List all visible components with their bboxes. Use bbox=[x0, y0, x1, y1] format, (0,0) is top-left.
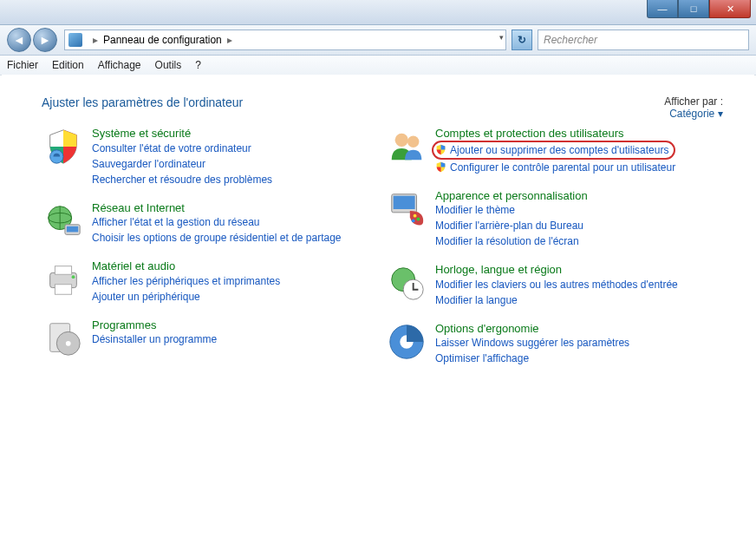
uac-shield-icon bbox=[435, 161, 446, 173]
breadcrumb-sep: ▸ bbox=[93, 34, 98, 46]
navbar: ◄ ► ▸ Panneau de configuration ▸ ▾ ↻ Rec… bbox=[0, 25, 756, 56]
link[interactable]: Ajouter ou supprimer des comptes d'utili… bbox=[450, 142, 668, 158]
view-by: Afficher par : Catégorie ▾ bbox=[664, 95, 723, 132]
category-network-internet: Réseau et Internet Afficher l'état et la… bbox=[42, 200, 385, 246]
page-title: Ajuster les paramètres de l'ordinateur bbox=[42, 95, 728, 109]
control-panel-icon bbox=[68, 33, 82, 47]
link[interactable]: Modifier le thème bbox=[435, 202, 588, 218]
category-title[interactable]: Réseau et Internet bbox=[92, 201, 342, 215]
close-button[interactable]: ✕ bbox=[709, 0, 751, 18]
link[interactable]: Configurer le contrôle parental pour un … bbox=[435, 160, 675, 175]
link[interactable]: Modifier l'arrière-plan du Bureau bbox=[435, 218, 588, 233]
highlighted-link: Ajouter ou supprimer des comptes d'utili… bbox=[432, 141, 675, 160]
category-title[interactable]: Apparence et personnalisation bbox=[435, 189, 588, 203]
search-placeholder: Rechercher bbox=[544, 34, 597, 46]
category-title[interactable]: Programmes bbox=[92, 318, 217, 332]
svg-point-18 bbox=[412, 219, 415, 222]
category-title[interactable]: Horloge, langue et région bbox=[435, 263, 678, 277]
menu-help[interactable]: ? bbox=[195, 59, 201, 71]
category-appearance: Apparence et personnalisation Modifier l… bbox=[385, 187, 728, 250]
view-by-label: Afficher par : bbox=[664, 95, 723, 108]
svg-rect-7 bbox=[55, 285, 71, 295]
disc-box-icon bbox=[42, 317, 85, 360]
category-ease-of-access: Options d'ergonomie Laisser Windows sugg… bbox=[385, 320, 728, 367]
category-programs: Programmes Désinstaller un programme bbox=[42, 317, 385, 360]
forward-button[interactable]: ► bbox=[33, 28, 57, 52]
svg-point-17 bbox=[417, 217, 420, 220]
link[interactable]: Modifier la langue bbox=[435, 292, 678, 308]
category-title[interactable]: Système et sécurité bbox=[92, 127, 272, 141]
category-title[interactable]: Options d'ergonomie bbox=[435, 322, 629, 336]
content: Ajuster les paramètres de l'ordinateur A… bbox=[2, 75, 754, 549]
link[interactable]: Afficher les périphériques et imprimante… bbox=[92, 273, 280, 289]
category-system-security: Système et sécurité Consulter l'état de … bbox=[42, 125, 385, 187]
printer-icon bbox=[42, 258, 85, 301]
menu-view[interactable]: Affichage bbox=[98, 59, 141, 71]
search-input[interactable]: Rechercher bbox=[538, 30, 749, 50]
link[interactable]: Sauvegarder l'ordinateur bbox=[92, 156, 272, 172]
address-bar[interactable]: ▸ Panneau de configuration ▸ ▾ bbox=[64, 30, 506, 50]
link[interactable]: Rechercher et résoudre des problèmes bbox=[92, 172, 272, 187]
category-user-accounts: Comptes et protection des utilisateurs A… bbox=[385, 125, 728, 175]
minimize-button[interactable]: — bbox=[647, 0, 678, 18]
category-title[interactable]: Comptes et protection des utilisateurs bbox=[435, 127, 675, 141]
link[interactable]: Optimiser l'affichage bbox=[435, 351, 629, 366]
breadcrumb-sep: ▸ bbox=[227, 34, 232, 46]
link[interactable]: Laisser Windows suggérer les paramètres bbox=[435, 335, 629, 351]
svg-rect-15 bbox=[394, 195, 415, 208]
svg-rect-6 bbox=[55, 266, 71, 275]
breadcrumb-location[interactable]: Panneau de configuration bbox=[103, 34, 222, 46]
titlebar: — □ ✕ bbox=[0, 0, 756, 25]
maximize-button[interactable]: □ bbox=[678, 0, 709, 18]
svg-point-13 bbox=[407, 136, 419, 148]
window: — □ ✕ ◄ ► ▸ Panneau de configuration ▸ ▾… bbox=[0, 0, 756, 551]
uac-shield-icon bbox=[435, 144, 446, 155]
left-column: Système et sécurité Consulter l'état de … bbox=[42, 125, 385, 378]
link[interactable]: Ajouter un périphérique bbox=[92, 289, 280, 305]
link[interactable]: Désinstaller un programme bbox=[92, 331, 217, 347]
category-clock-language: Horloge, langue et région Modifier les c… bbox=[385, 261, 728, 308]
svg-point-11 bbox=[66, 341, 71, 346]
link[interactable]: Consulter l'état de votre ordinateur bbox=[92, 141, 272, 156]
refresh-button[interactable]: ↻ bbox=[512, 30, 532, 50]
link[interactable]: Modifier les claviers ou les autres méth… bbox=[435, 277, 678, 292]
category-title[interactable]: Matériel et audio bbox=[92, 259, 280, 273]
svg-rect-4 bbox=[67, 226, 78, 232]
link[interactable]: Modifier la résolution de l'écran bbox=[435, 233, 588, 249]
right-column: Comptes et protection des utilisateurs A… bbox=[385, 125, 728, 378]
ease-of-access-icon bbox=[385, 320, 428, 364]
address-dropdown[interactable]: ▾ bbox=[499, 33, 504, 42]
shield-icon bbox=[42, 125, 85, 168]
menu-file[interactable]: Fichier bbox=[7, 59, 38, 71]
svg-point-8 bbox=[72, 275, 75, 279]
monitor-palette-icon bbox=[385, 187, 428, 231]
link[interactable]: Afficher l'état et la gestion du réseau bbox=[92, 214, 342, 230]
view-by-dropdown[interactable]: Catégorie ▾ bbox=[669, 108, 723, 120]
menubar: Fichier Edition Affichage Outils ? bbox=[0, 56, 756, 75]
svg-point-16 bbox=[414, 213, 417, 217]
category-hardware-sound: Matériel et audio Afficher les périphéri… bbox=[42, 258, 385, 305]
menu-edit[interactable]: Edition bbox=[52, 59, 84, 71]
back-button[interactable]: ◄ bbox=[7, 28, 31, 52]
globe-network-icon bbox=[42, 200, 85, 243]
link[interactable]: Choisir les options de groupe résidentie… bbox=[92, 230, 342, 246]
clock-globe-icon bbox=[385, 261, 428, 305]
svg-point-12 bbox=[395, 134, 408, 147]
menu-tools[interactable]: Outils bbox=[155, 59, 182, 71]
link-text: Configurer le contrôle parental pour un … bbox=[450, 160, 675, 175]
users-icon bbox=[385, 125, 428, 168]
